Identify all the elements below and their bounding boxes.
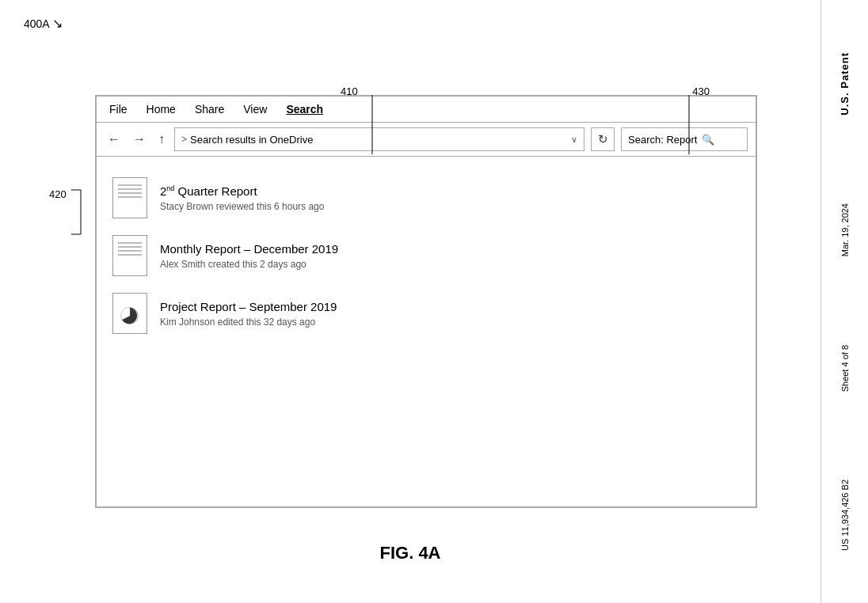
list-item[interactable]: Project Report – September 2019 Kim John… [112,285,740,343]
file-info-2: Monthly Report – December 2019 Alex Smit… [160,242,338,270]
file-list: 2nd Quarter Report Stacy Brown reviewed … [97,157,756,355]
address-bar[interactable]: > Search results in OneDrive ∨ [174,127,584,151]
menu-share[interactable]: Share [195,103,224,116]
file-icon-2 [112,235,147,276]
figure-label-text: 400A [24,17,49,30]
menu-home[interactable]: Home [147,103,176,116]
list-item[interactable]: Monthly Report – December 2019 Alex Smit… [112,227,740,285]
forward-button[interactable]: → [130,131,149,148]
patent-date: Mar. 19, 2024 [840,203,850,256]
main-content: 400A ↘ File Home Share View Search ← → ↑… [0,0,820,603]
address-text: Search results in OneDrive [190,134,568,146]
fig-caption: FIG. 4A [379,543,440,563]
callout-410-text: 410 [341,85,358,97]
file-icon-1 [112,177,147,218]
callout-410: 410 [341,85,358,97]
callout-430-text: 430 [692,85,710,97]
patent-sheet: Sheet 4 of 8 [840,345,850,392]
callout-420-text: 420 [49,188,67,200]
file-lines-icon [118,184,142,200]
back-button[interactable]: ← [105,131,124,148]
address-dropdown-icon[interactable]: ∨ [571,135,577,145]
callout-420: 420 [49,188,82,236]
figure-label: 400A ↘ [24,16,63,31]
file-icon-3 [112,293,147,334]
up-button[interactable]: ↑ [155,131,168,148]
file-info-3: Project Report – September 2019 Kim John… [160,300,337,328]
refresh-icon: ↻ [598,132,608,146]
patent-number: US 11,934,426 B2 [840,480,850,551]
menu-bar: File Home Share View Search [97,97,756,123]
search-box[interactable]: Search: Report 🔍 [621,127,748,151]
menu-file[interactable]: File [109,103,128,116]
file-name-3: Project Report – September 2019 [160,300,337,313]
callout-420-line [70,188,82,236]
callout-430: 430 [692,85,710,97]
patent-title: U.S. Patent [839,52,851,116]
search-box-text: Search: Report [628,134,697,146]
file-meta-3: Kim Johnson edited this 32 days ago [160,317,337,328]
refresh-button[interactable]: ↻ [591,127,615,151]
file-name-1: 2nd Quarter Report [160,184,324,198]
file-info-1: 2nd Quarter Report Stacy Brown reviewed … [160,184,324,212]
file-meta-1: Stacy Brown reviewed this 6 hours ago [160,201,324,212]
search-icon: 🔍 [702,134,714,146]
address-chevron-icon: > [181,134,187,145]
figure-arrow: ↘ [52,17,63,30]
menu-search[interactable]: Search [286,103,323,116]
file-name-2: Monthly Report – December 2019 [160,242,338,256]
patent-sidebar: U.S. Patent Mar. 19, 2024 Sheet 4 of 8 U… [820,0,868,603]
toolbar: ← → ↑ > Search results in OneDrive ∨ ↻ S… [97,123,756,157]
file-lines-icon [118,242,142,258]
menu-view[interactable]: View [243,103,267,116]
window-frame: File Home Share View Search ← → ↑ > Sear… [95,95,757,508]
chart-icon [120,305,140,326]
fig-caption-text: FIG. 4A [379,543,440,563]
list-item[interactable]: 2nd Quarter Report Stacy Brown reviewed … [112,169,740,227]
file-meta-2: Alex Smith created this 2 days ago [160,259,338,270]
